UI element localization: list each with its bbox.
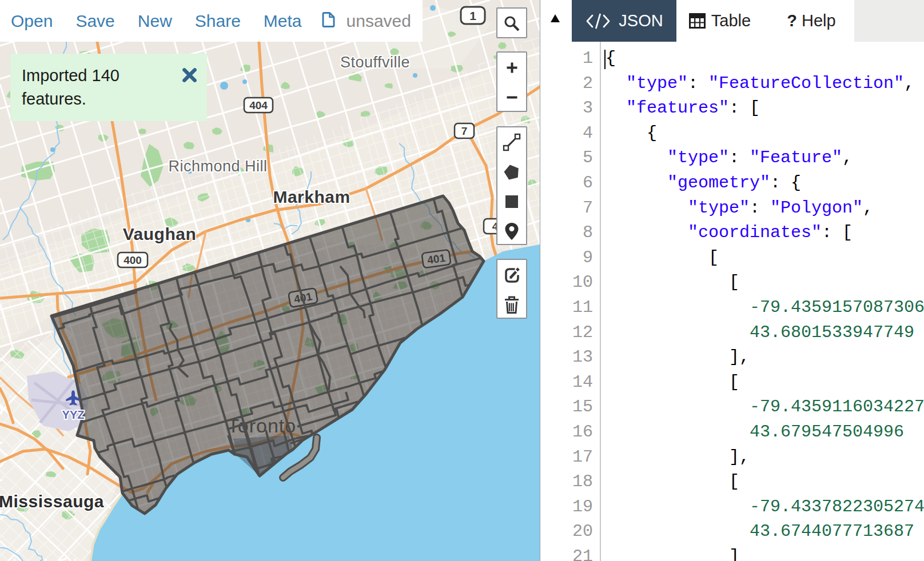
svg-text:YYZ: YYZ — [62, 408, 85, 421]
svg-text:Mississauga: Mississauga — [0, 492, 104, 511]
svg-text:Markham: Markham — [273, 187, 350, 206]
svg-text:404: 404 — [249, 99, 268, 111]
svg-text:400: 400 — [124, 254, 142, 266]
svg-text:7: 7 — [461, 125, 468, 137]
svg-text:Richmond Hill: Richmond Hill — [168, 158, 267, 175]
svg-text:Vaughan: Vaughan — [123, 225, 197, 243]
svg-text:Stouffville: Stouffville — [340, 54, 410, 71]
svg-text:1: 1 — [469, 9, 476, 22]
